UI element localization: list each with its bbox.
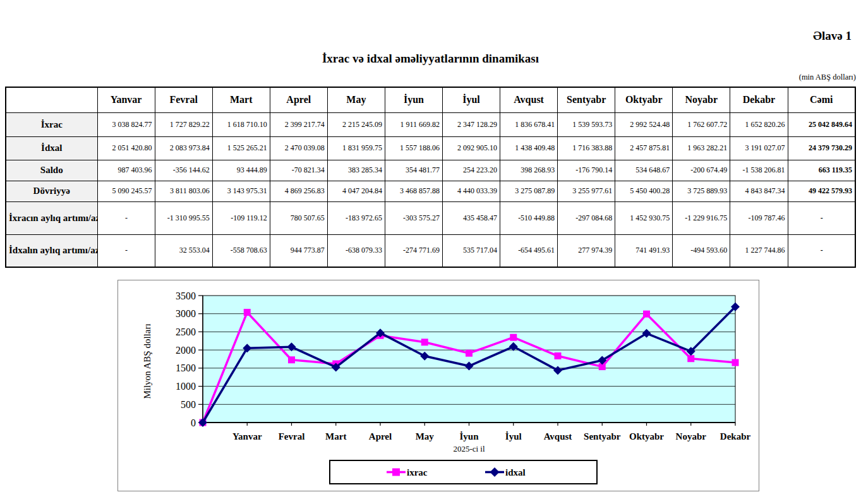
table-cell: 5 090 245.57 — [97, 181, 155, 201]
table-cell: -356 144.62 — [155, 160, 212, 181]
x-category-label: May — [416, 431, 435, 441]
table-cell: - — [97, 201, 155, 234]
table-cell: -654 495.61 — [500, 234, 558, 267]
table-cell: 93 444.89 — [212, 160, 270, 181]
table-cell: 987 403.96 — [97, 160, 155, 181]
chart-frame: 0500100015002000250030003500YanvarFevral… — [117, 280, 759, 491]
table-cell: 2 992 524.48 — [615, 112, 673, 136]
row-label: Dövriyyə — [6, 181, 97, 201]
table-cell: -510 449.88 — [500, 201, 558, 234]
row-label: İdxalın aylıq artımı/azalması — [6, 234, 97, 267]
table-cell: 32 553.04 — [155, 234, 212, 267]
data-point-square — [555, 352, 562, 359]
column-header: Avqust — [500, 87, 558, 112]
table-cell: 1 557 188.06 — [385, 136, 442, 160]
table-cell: 1 836 678.41 — [500, 112, 558, 136]
table-cell: 4 440 033.39 — [442, 181, 500, 201]
table-cell: 2 399 217.74 — [270, 112, 327, 136]
table-cell: 1 762 607.72 — [673, 112, 730, 136]
table-cell: -274 771.69 — [385, 234, 442, 267]
column-header: May — [327, 87, 385, 112]
page-title: İxrac və idxal əməliyyatlarının dinamika… — [0, 52, 861, 66]
column-header: Cəmi — [788, 87, 855, 112]
table-row: İxracın aylıq artımı/azalması--1 310 995… — [6, 201, 855, 234]
table-cell: 398 268.93 — [500, 160, 558, 181]
row-label: İdxal — [6, 136, 97, 160]
column-header: Mart — [212, 87, 270, 112]
appendix-label: Əlavə 1 — [813, 29, 852, 43]
data-point-square — [732, 359, 739, 366]
table-cell: 4 843 847.34 — [730, 181, 788, 201]
row-label: İxrac — [6, 112, 97, 136]
column-header: Aprel — [270, 87, 327, 112]
column-header: Fevral — [155, 87, 212, 112]
x-category-label: İyun — [459, 431, 479, 441]
table-cell: 1 618 710.10 — [212, 112, 270, 136]
table-cell: 1 539 593.73 — [558, 112, 615, 136]
x-category-label: Avqust — [544, 431, 572, 441]
document-page: Əlavə 1 İxrac və idxal əməliyyatlarının … — [0, 0, 861, 504]
table-cell: 2 051 420.80 — [97, 136, 155, 160]
table-cell: 741 491.93 — [615, 234, 673, 267]
table-cell: 1 525 265.21 — [212, 136, 270, 160]
table-cell: 435 458.47 — [442, 201, 500, 234]
table-row: Dövriyyə5 090 245.573 811 803.063 143 97… — [6, 181, 855, 201]
y-tick-label: 2000 — [176, 345, 196, 356]
table-cell: -109 787.46 — [730, 201, 788, 234]
table-header-row: YanvarFevralMartAprelMayİyunİyulAvqustSe… — [6, 87, 855, 112]
column-header: İyul — [442, 87, 500, 112]
table-cell: -1 310 995.55 — [155, 201, 212, 234]
table-cell: 25 042 849.64 — [788, 112, 855, 136]
data-point-square — [421, 339, 428, 345]
table-cell: -1 538 206.81 — [730, 160, 788, 181]
table-cell: -176 790.14 — [558, 160, 615, 181]
y-tick-label: 1500 — [176, 363, 196, 373]
table-cell: 24 379 730.29 — [788, 136, 855, 160]
table-cell: 5 450 400.28 — [615, 181, 673, 201]
table-cell: 535 717.04 — [442, 234, 500, 267]
table-cell: 2 457 875.81 — [615, 136, 673, 160]
column-header: Dekabr — [730, 87, 788, 112]
table-cell: 1 727 829.22 — [155, 112, 212, 136]
table-cell: 3 038 824.77 — [97, 112, 155, 136]
y-tick-label: 500 — [181, 399, 196, 410]
table-cell: -183 972.65 — [327, 201, 385, 234]
table-row: İdxalın aylıq artımı/azalması-32 553.04-… — [6, 234, 855, 267]
column-header: Sentyabr — [558, 87, 615, 112]
table-cell: 2 215 245.09 — [327, 112, 385, 136]
table-cell: 1 831 959.75 — [327, 136, 385, 160]
plot-area — [203, 296, 735, 423]
table-cell: 3 275 087.89 — [500, 181, 558, 201]
table-cell: 4 869 256.83 — [270, 181, 327, 201]
x-category-label: Aprel — [369, 431, 392, 441]
table-cell: 2 470 039.08 — [270, 136, 327, 160]
data-point-square — [392, 469, 400, 476]
table-cell: -558 708.63 — [212, 234, 270, 267]
column-header: Noyabr — [673, 87, 730, 112]
table-cell: 534 648.67 — [615, 160, 673, 181]
y-tick-label: 3500 — [176, 291, 196, 301]
x-category-label: Dekabr — [720, 431, 751, 441]
unit-note: (min ABŞ dolları) — [799, 73, 856, 82]
y-tick-label: 0 — [191, 417, 196, 428]
table-cell: 277 974.39 — [558, 234, 615, 267]
table-cell: -200 674.49 — [673, 160, 730, 181]
table-cell: 3 725 889.93 — [673, 181, 730, 201]
row-label: İxracın aylıq artımı/azalması — [6, 201, 97, 234]
table-cell: -297 084.68 — [558, 201, 615, 234]
data-point-square — [643, 311, 650, 318]
table-cell: - — [97, 234, 155, 267]
table-cell: -303 575.27 — [385, 201, 442, 234]
x-axis-title: 2025-ci il — [453, 444, 485, 453]
table-cell: 1 227 744.86 — [730, 234, 788, 267]
x-category-label: Oktyabr — [629, 431, 664, 441]
table-cell: 780 507.65 — [270, 201, 327, 234]
row-label: Saldo — [6, 160, 97, 181]
corner-cell — [6, 87, 97, 112]
export-import-table: YanvarFevralMartAprelMayİyunİyulAvqustSe… — [5, 87, 856, 268]
table-cell: 354 481.77 — [385, 160, 442, 181]
table-cell: 4 047 204.84 — [327, 181, 385, 201]
x-category-label: Fevral — [279, 431, 305, 441]
legend-box — [330, 460, 597, 484]
table-cell: 1 438 409.48 — [500, 136, 558, 160]
